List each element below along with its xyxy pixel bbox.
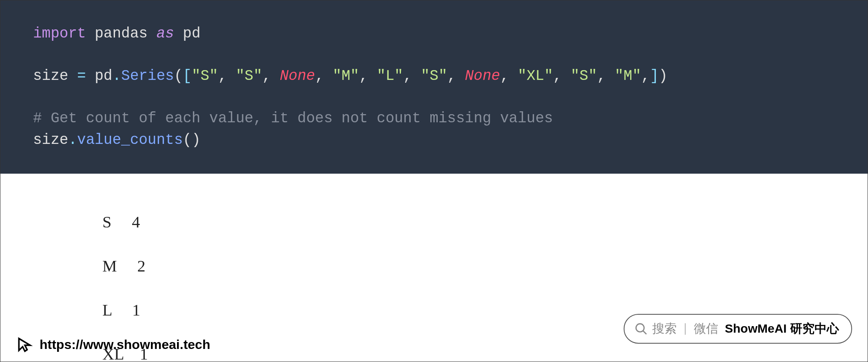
comma-3: , xyxy=(315,68,332,84)
str-s4: "S" xyxy=(571,68,597,84)
ref-size: size xyxy=(33,132,68,148)
str-s2: "S" xyxy=(236,68,262,84)
comma-trail: , xyxy=(641,68,650,84)
pill-separator: | xyxy=(682,322,689,336)
var-size: size xyxy=(33,68,77,84)
comma-7: , xyxy=(500,68,518,84)
search-icon xyxy=(634,322,648,336)
footer-link[interactable]: https://www.showmeai.tech xyxy=(16,336,210,353)
comma-9: , xyxy=(597,68,615,84)
blank-line-2 xyxy=(33,87,835,108)
output-row-1: S 4 xyxy=(102,211,868,233)
module-pandas: pandas xyxy=(86,25,157,42)
bracket-open: [ xyxy=(183,68,192,84)
str-l1: "L" xyxy=(377,68,403,84)
str-s1: "S" xyxy=(192,68,218,84)
str-s3: "S" xyxy=(421,68,447,84)
pill-search-label: 搜索 xyxy=(652,320,677,337)
str-xl: "XL" xyxy=(518,68,553,84)
code-line-1: import pandas as pd xyxy=(33,23,835,44)
comma-5: , xyxy=(403,68,421,84)
keyword-as: as xyxy=(156,25,174,42)
comma-8: , xyxy=(553,68,571,84)
output-row-4: XL 1 xyxy=(102,343,868,362)
cursor-icon xyxy=(16,336,34,353)
keyword-import: import xyxy=(33,25,86,42)
op-dot: . xyxy=(112,68,121,84)
svg-point-0 xyxy=(636,324,644,332)
comma-1: , xyxy=(218,68,236,84)
op-dot2: . xyxy=(68,132,77,148)
code-line-3: size = pd.Series(["S", "S", None, "M", "… xyxy=(33,66,835,87)
comma-6: , xyxy=(447,68,465,84)
svg-line-1 xyxy=(643,331,647,334)
bracket-close: ] xyxy=(650,68,659,84)
output-row-2: M 2 xyxy=(102,255,868,277)
search-pill[interactable]: 搜索 | 微信 ShowMeAI 研究中心 xyxy=(624,314,852,344)
code-line-6: size.value_counts() xyxy=(33,130,835,151)
code-line-5: # Get count of each value, it does not c… xyxy=(33,108,835,129)
method-series: Series xyxy=(121,68,174,84)
op-eq: = xyxy=(77,68,86,84)
method-value-counts: value_counts xyxy=(77,132,183,148)
none-2: None xyxy=(465,68,500,84)
ref-pd: pd xyxy=(86,68,113,84)
footer-url-text: https://www.showmeai.tech xyxy=(40,337,210,352)
paren-close2: ) xyxy=(192,132,201,148)
paren-open: ( xyxy=(174,68,183,84)
pill-brand-label: ShowMeAI 研究中心 xyxy=(725,320,839,337)
paren-close: ) xyxy=(659,68,668,84)
none-1: None xyxy=(280,68,315,84)
code-block: import pandas as pd size = pd.Series(["S… xyxy=(0,0,868,174)
comma-4: , xyxy=(359,68,376,84)
str-m1: "M" xyxy=(333,68,359,84)
paren-open2: ( xyxy=(183,132,192,148)
pill-wechat-label: 微信 xyxy=(694,320,718,337)
comment: # Get count of each value, it does not c… xyxy=(33,110,553,127)
str-m2: "M" xyxy=(615,68,641,84)
alias-pd: pd xyxy=(174,25,201,42)
blank-line-1 xyxy=(33,44,835,66)
comma-2: , xyxy=(262,68,280,84)
